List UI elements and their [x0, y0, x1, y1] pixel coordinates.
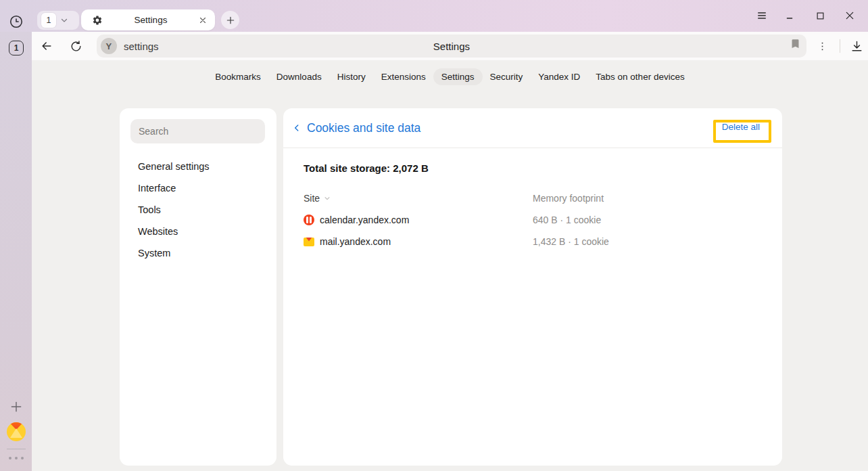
chevron-down-icon: [60, 16, 68, 24]
column-site-label[interactable]: Site: [304, 193, 320, 204]
total-storage-label: Total site storage:: [304, 162, 390, 174]
settings-page: Bookmarks Downloads History Extensions S…: [32, 60, 868, 471]
site-badge-icon: Y: [101, 38, 117, 54]
rail-divider: [7, 449, 26, 449]
nav-item-extensions[interactable]: Extensions: [381, 72, 426, 82]
history-clock-icon[interactable]: [9, 14, 24, 29]
site-row-calendar[interactable]: calendar.yandex.com 640 B · 1 cookie: [304, 209, 762, 231]
site-row-mail[interactable]: mail.yandex.com 1,432 B · 1 cookie: [304, 231, 762, 252]
tab-title: Settings: [103, 15, 199, 25]
yandex-mail-app-icon[interactable]: [7, 422, 26, 441]
tab-group-count: 1: [41, 13, 56, 28]
bookmark-icon[interactable]: [790, 38, 801, 49]
browser-toolbar: Y settings Settings: [32, 32, 868, 60]
nav-item-yandex-id[interactable]: Yandex ID: [538, 72, 580, 82]
reload-icon[interactable]: [66, 35, 87, 57]
new-tab-button[interactable]: [221, 11, 239, 29]
browser-tab-settings[interactable]: Settings: [81, 9, 215, 30]
yandex-calendar-icon: [304, 215, 314, 225]
sidebar-item-system[interactable]: System: [120, 242, 276, 264]
sidebar-item-interface[interactable]: Interface: [120, 177, 276, 199]
minimize-icon[interactable]: [780, 5, 800, 26]
rail-add-icon[interactable]: [9, 400, 23, 413]
settings-nav: Bookmarks Downloads History Extensions S…: [32, 72, 868, 82]
sort-chevron-icon[interactable]: [324, 195, 331, 202]
site-name: mail.yandex.com: [320, 236, 391, 247]
site-memory: 640 B · 1 cookie: [533, 215, 601, 225]
sites-table-header: Site Memory footprint: [304, 193, 762, 204]
back-icon[interactable]: [36, 35, 57, 57]
nav-item-security[interactable]: Security: [490, 72, 523, 82]
column-memory-label: Memory footprint: [533, 193, 604, 204]
maximize-icon[interactable]: [810, 5, 830, 26]
plus-icon: [226, 16, 235, 25]
yandex-mail-icon: [304, 238, 314, 246]
nav-item-settings[interactable]: Settings: [433, 68, 483, 85]
tab-group-selector[interactable]: 1: [37, 11, 79, 30]
settings-sidebar: General settings Interface Tools Website…: [120, 108, 276, 466]
content-header: Cookies and site data Delete all: [283, 108, 782, 148]
kebab-menu-icon[interactable]: [812, 35, 834, 57]
total-storage-line: Total site storage: 2,072 B: [304, 162, 429, 174]
gear-icon: [92, 15, 103, 26]
menu-icon[interactable]: [752, 5, 772, 26]
nav-item-history[interactable]: History: [337, 72, 366, 82]
rail-more-icon[interactable]: [9, 457, 24, 459]
address-bar[interactable]: Y settings Settings: [97, 35, 806, 58]
site-name: calendar.yandex.com: [320, 215, 409, 225]
nav-item-tabs-other-devices[interactable]: Tabs on other devices: [596, 72, 684, 82]
address-bar-page-title: Settings: [97, 41, 806, 52]
tab-close-icon[interactable]: [199, 16, 207, 24]
delete-all-button[interactable]: Delete all: [722, 122, 760, 132]
sidebar-item-websites[interactable]: Websites: [120, 221, 276, 242]
page-title[interactable]: Cookies and site data: [307, 121, 420, 135]
nav-item-bookmarks[interactable]: Bookmarks: [215, 72, 261, 82]
nav-item-downloads[interactable]: Downloads: [276, 72, 322, 82]
cookies-content-panel: Cookies and site data Delete all Total s…: [283, 108, 782, 466]
rail-tab-counter-button[interactable]: 1: [9, 41, 24, 55]
site-memory: 1,432 B · 1 cookie: [533, 236, 609, 247]
window-top-bar: 1 Settings: [0, 0, 868, 32]
search-input[interactable]: [130, 119, 265, 143]
close-icon[interactable]: [840, 5, 860, 26]
back-chevron-icon[interactable]: [292, 123, 302, 133]
url-text: settings: [124, 41, 159, 52]
sidebar-item-tools[interactable]: Tools: [120, 199, 276, 221]
sidebar-item-general-settings[interactable]: General settings: [120, 156, 276, 177]
window-controls: [677, 5, 860, 26]
total-storage-value: 2,072 B: [393, 162, 429, 174]
download-icon[interactable]: [846, 35, 868, 57]
toolbar-separator: [840, 39, 840, 53]
